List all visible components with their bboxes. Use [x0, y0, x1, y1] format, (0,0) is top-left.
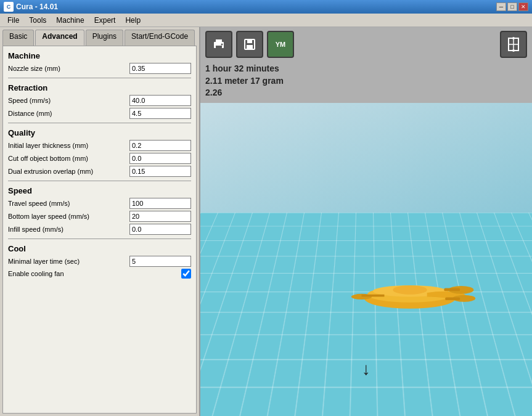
- main-container: Basic Advanced Plugins Start/End-GCode M…: [0, 27, 532, 416]
- label-dual-extrusion: Dual extrusion overlap (mm): [8, 168, 129, 175]
- separator-speed: [8, 181, 191, 181]
- field-row-initial-layer: Initial layer thickness (mm): [8, 140, 191, 151]
- input-travel-speed[interactable]: [129, 198, 191, 209]
- svg-point-11: [512, 49, 515, 52]
- input-bottom-layer-speed[interactable]: [129, 211, 191, 222]
- print-info-text: 1 hour 32 minutes 2.11 meter 17 gram 2.2…: [205, 63, 527, 99]
- menu-item-machine[interactable]: Machine: [51, 15, 89, 26]
- field-row-minimal-layer-time: Minimal layer time (sec): [8, 256, 191, 267]
- minimize-button[interactable]: ─: [496, 2, 506, 11]
- svg-rect-5: [247, 39, 252, 43]
- right-tool-button[interactable]: [500, 31, 527, 58]
- input-retraction-speed[interactable]: [129, 95, 191, 106]
- tab-start-end-gcode[interactable]: Start/End-GCode: [125, 30, 195, 46]
- svg-rect-19: [445, 297, 460, 300]
- label-cut-off: Cut off object bottom (mm): [8, 155, 129, 162]
- viewport[interactable]: ↓: [200, 103, 532, 416]
- field-row-cut-off: Cut off object bottom (mm): [8, 153, 191, 164]
- tab-basic[interactable]: Basic: [2, 30, 34, 46]
- menu-bar: FileToolsMachineExpertHelp: [0, 14, 532, 27]
- menu-item-file[interactable]: File: [2, 15, 24, 26]
- section-quality: Quality: [8, 128, 191, 137]
- checkbox-cooling-fan[interactable]: [181, 269, 191, 279]
- menu-item-expert[interactable]: Expert: [89, 15, 121, 26]
- input-cut-off[interactable]: [129, 153, 191, 164]
- print-value: 2.26: [205, 87, 527, 99]
- label-cooling-fan: Enable cooling fan: [8, 270, 180, 277]
- input-retraction-distance[interactable]: [129, 108, 191, 119]
- input-dual-extrusion[interactable]: [129, 166, 191, 177]
- label-bottom-layer-speed: Bottom layer speed (mm/s): [8, 213, 129, 220]
- svg-rect-1: [216, 39, 222, 43]
- field-row-infill-speed: Infill speed (mm/s): [8, 224, 191, 235]
- label-initial-layer: Initial layer thickness (mm): [8, 142, 129, 149]
- field-row-bottom-layer-speed: Bottom layer speed (mm/s): [8, 211, 191, 222]
- svg-rect-21: [362, 295, 385, 297]
- svg-point-15: [393, 285, 427, 295]
- separator-quality: [8, 123, 191, 123]
- tab-plugins[interactable]: Plugins: [86, 30, 123, 46]
- tab-advanced[interactable]: Advanced: [35, 30, 84, 46]
- svg-rect-6: [247, 45, 253, 49]
- label-retraction-speed: Speed (mm/s): [8, 97, 129, 104]
- ym-button[interactable]: YM: [267, 31, 294, 58]
- menu-item-help[interactable]: Help: [120, 15, 145, 26]
- field-row-dual-extrusion: Dual extrusion overlap (mm): [8, 166, 191, 177]
- section-machine: Machine: [8, 51, 191, 60]
- menu-item-tools[interactable]: Tools: [24, 15, 51, 26]
- tabs: Basic Advanced Plugins Start/End-GCode: [0, 27, 199, 46]
- close-button[interactable]: ✕: [518, 2, 528, 11]
- down-arrow-icon: ↓: [362, 359, 370, 379]
- right-panel: YM 1 hour 32 minutes 2.11 meter 17 gram …: [200, 27, 532, 416]
- section-retraction: Retraction: [8, 83, 191, 92]
- print-time: 1 hour 32 minutes: [205, 63, 527, 75]
- svg-point-3: [221, 44, 223, 46]
- title-bar: C Cura - 14.01 ─ □ ✕: [0, 0, 532, 14]
- label-nozzle: Nozzle size (mm): [8, 65, 129, 72]
- field-row-travel-speed: Travel speed (mm/s): [8, 198, 191, 209]
- left-panel: Basic Advanced Plugins Start/End-GCode M…: [0, 27, 200, 416]
- separator-cool: [8, 239, 191, 239]
- input-minimal-layer-time[interactable]: [129, 256, 191, 267]
- print-button[interactable]: [205, 31, 232, 58]
- label-infill-speed: Infill speed (mm/s): [8, 226, 129, 233]
- settings-area: Machine Nozzle size (mm) Retraction Spee…: [2, 46, 197, 414]
- maximize-button[interactable]: □: [507, 2, 517, 11]
- field-row-retraction-distance: Distance (mm): [8, 108, 191, 119]
- title-controls: ─ □ ✕: [496, 2, 528, 11]
- section-cool: Cool: [8, 244, 191, 253]
- input-infill-speed[interactable]: [129, 224, 191, 235]
- title-bar-left: C Cura - 14.01: [4, 2, 58, 12]
- input-nozzle[interactable]: [129, 63, 191, 74]
- app-icon: C: [4, 2, 14, 12]
- save-button[interactable]: [236, 31, 263, 58]
- label-travel-speed: Travel speed (mm/s): [8, 200, 129, 207]
- section-speed: Speed: [8, 186, 191, 195]
- svg-rect-2: [216, 46, 222, 49]
- field-row-nozzle: Nozzle size (mm): [8, 63, 191, 74]
- toolbar: YM: [200, 27, 532, 62]
- svg-rect-18: [444, 288, 460, 292]
- label-minimal-layer-time: Minimal layer time (sec): [8, 258, 129, 265]
- field-row-cooling-fan: Enable cooling fan: [8, 269, 191, 279]
- input-initial-layer[interactable]: [129, 140, 191, 151]
- svg-point-10: [512, 37, 515, 39]
- field-row-retraction-speed: Speed (mm/s): [8, 95, 191, 106]
- label-retraction-distance: Distance (mm): [8, 110, 129, 117]
- separator-retraction: [8, 78, 191, 78]
- model-container: [324, 256, 496, 330]
- print-info: 1 hour 32 minutes 2.11 meter 17 gram 2.2…: [200, 62, 532, 103]
- print-material: 2.11 meter 17 gram: [205, 75, 527, 88]
- title-text: Cura - 14.01: [16, 2, 58, 11]
